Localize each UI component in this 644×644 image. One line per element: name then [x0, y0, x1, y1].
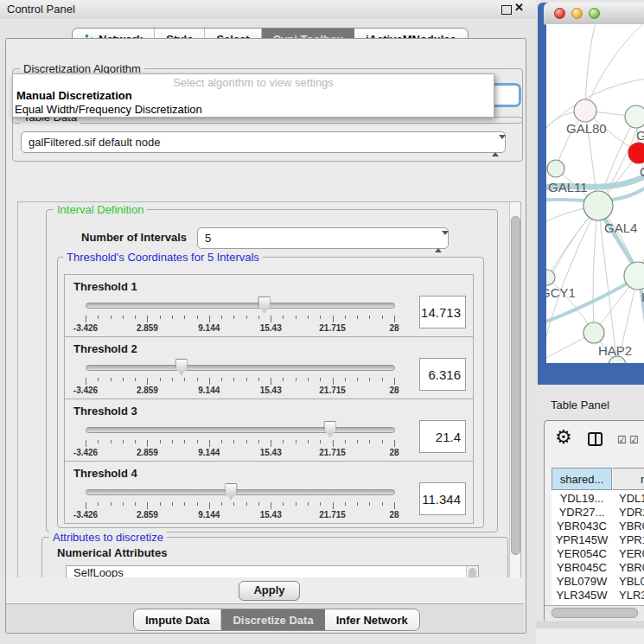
slider-ticks — [86, 316, 394, 323]
apply-button[interactable]: Apply — [239, 581, 300, 601]
tick-mark — [296, 316, 296, 319]
thresholds-coordinates-group-title: Threshold's Coordinates for 5 Intervals — [63, 251, 263, 264]
tick-mark — [123, 378, 124, 381]
tick-mark — [98, 316, 99, 319]
table-row[interactable]: YLR345WYLR3 — [552, 589, 644, 603]
tab-discretize-data[interactable]: Discretize Data — [221, 609, 324, 630]
tick-mark — [320, 440, 321, 443]
threshold-slider[interactable]: -3.4262.8599.14415.4321.71528 — [86, 420, 395, 460]
threshold-value-field[interactable]: 14.713 — [419, 296, 466, 328]
threshold-value-field[interactable]: 21.4 — [419, 420, 466, 453]
close-traffic-light[interactable] — [554, 8, 565, 19]
table-data-combobox[interactable]: galFiltered.sif default node — [21, 131, 506, 153]
tick-mark — [86, 378, 86, 385]
table-row[interactable]: YBL079WYBL0 — [552, 575, 644, 589]
threshold-slider[interactable]: -3.4262.8599.14415.4321.71528 — [86, 296, 395, 335]
gear-icon[interactable]: ⚙︎ — [555, 426, 572, 449]
algorithm-item-equal-width-frequency[interactable]: Equal Width/Frequency Discretization — [15, 103, 202, 116]
cell-name[interactable]: YBR0 — [612, 561, 644, 575]
cell-shared-name[interactable]: YBR043C — [552, 520, 612, 533]
cell-name[interactable]: YPR1 — [612, 533, 644, 547]
cell-name[interactable]: YER0 — [612, 547, 644, 561]
table-data-combobox-value: galFiltered.sif default node — [29, 136, 160, 149]
control-panel-titlebar: Control Panel ✕ — [0, 0, 536, 19]
network-canvas[interactable]: GAL80G.CGAL11GAL4GCY1HHAP2 — [546, 24, 644, 363]
network-node-gal11[interactable] — [547, 160, 564, 177]
slider-thumb[interactable] — [258, 296, 271, 313]
cell-name[interactable]: YDR2 — [612, 506, 644, 520]
table-row[interactable]: YBR045CYBR0 — [552, 561, 644, 575]
cell-shared-name[interactable]: YBR045C — [552, 561, 612, 575]
tick-mark — [135, 378, 136, 381]
tick-mark — [345, 378, 346, 381]
checkbox-icon[interactable]: ☑ — [617, 434, 627, 446]
zoom-traffic-light[interactable] — [589, 8, 600, 19]
cell-name[interactable]: YBL0 — [612, 575, 644, 589]
cell-shared-name[interactable]: YBL079W — [552, 575, 612, 589]
scrollbar-thumb[interactable] — [552, 608, 638, 618]
tick-label: 9.144 — [198, 386, 220, 395]
slider-track[interactable] — [86, 427, 395, 433]
slider-track[interactable] — [86, 489, 395, 495]
status-strip — [536, 628, 644, 644]
threshold-value-field[interactable]: 6.316 — [419, 358, 466, 391]
close-icon[interactable]: ✕ — [514, 1, 524, 14]
slider-thumb[interactable] — [323, 421, 336, 437]
minimize-traffic-light[interactable] — [571, 8, 583, 19]
network-edge[interactable] — [593, 206, 598, 333]
table-rows: YDL19...YDL1YDR27...YDR2YBR043CYBR0YPR14… — [552, 492, 644, 616]
algorithm-item-manual-discretization[interactable]: Manual Discretization — [16, 89, 132, 102]
tick-label: 9.144 — [198, 323, 220, 333]
table-row[interactable]: YER054CYER0 — [552, 547, 644, 561]
table-row[interactable]: YBR043CYBR0 — [552, 520, 644, 533]
settings-vertical-scrollbar[interactable] — [509, 202, 520, 615]
threshold-list: Threshold 1 -3.4262.8599.14415.4321.7152… — [64, 275, 474, 524]
threshold-slider[interactable]: -3.4262.8599.14415.4321.71528 — [86, 482, 395, 522]
algorithm-placeholder-item: Select algorithm to view settings — [13, 76, 494, 89]
tick-mark — [308, 440, 309, 443]
slider-track[interactable] — [86, 365, 395, 371]
tab-impute-data[interactable]: Impute Data — [134, 609, 221, 630]
slider-track[interactable] — [86, 303, 395, 309]
column-header-shared-name[interactable]: shared... — [552, 468, 612, 490]
interval-definition-group-title: Interval Definition — [54, 203, 147, 216]
numerical-attributes-heading: Numerical Attributes — [57, 546, 167, 559]
column-header-name[interactable]: n — [613, 468, 644, 490]
network-node-gal80[interactable] — [574, 99, 596, 122]
interval-definition-group: Interval Definition Number of Intervals … — [46, 209, 498, 532]
table-row[interactable]: YPR145WYPR1 — [552, 533, 644, 547]
tab-infer-network[interactable]: Infer Network — [325, 609, 419, 630]
cell-name[interactable]: YLR3 — [612, 589, 644, 603]
cell-shared-name[interactable]: YPR145W — [552, 533, 612, 547]
table-row[interactable]: YDL19...YDL1 — [552, 492, 644, 506]
tick-mark — [98, 502, 99, 506]
cell-name[interactable]: YDL1 — [612, 492, 644, 506]
tick-mark — [209, 440, 210, 447]
float-window-icon[interactable] — [501, 5, 512, 15]
cell-shared-name[interactable]: YER054C — [552, 547, 612, 561]
table-row[interactable]: YDR27...YDR2 — [552, 506, 644, 520]
table-horizontal-scrollbar[interactable] — [545, 605, 644, 620]
slider-thumb[interactable] — [225, 483, 238, 500]
network-window-titlebar[interactable] — [544, 3, 644, 25]
network-edge[interactable] — [585, 24, 644, 111]
number-of-intervals-combobox[interactable]: 5 — [197, 227, 449, 249]
cell-shared-name[interactable]: YLR345W — [552, 589, 612, 603]
threshold-slider[interactable]: -3.4262.8599.14415.4321.71528 — [86, 358, 395, 398]
cell-shared-name[interactable]: YDL19... — [552, 492, 612, 506]
scrollbar-thumb[interactable] — [511, 216, 520, 555]
tick-mark — [184, 440, 185, 443]
network-node-g.[interactable] — [625, 105, 644, 128]
cell-name[interactable]: YBR0 — [612, 520, 644, 533]
network-node-c[interactable] — [628, 143, 644, 163]
slider-thumb[interactable] — [175, 359, 188, 375]
threshold-value-field[interactable]: 11.344 — [419, 482, 466, 515]
checkbox-icon[interactable]: ☑ — [629, 434, 639, 446]
tick-mark — [296, 502, 296, 506]
split-view-icon[interactable] — [588, 432, 603, 446]
tick-mark — [246, 316, 247, 319]
network-node-gal4[interactable] — [583, 191, 613, 220]
network-node-hap2[interactable] — [583, 322, 604, 343]
attributes-group-title: Attributes to discretize — [49, 531, 167, 544]
cell-shared-name[interactable]: YDR27... — [552, 506, 612, 520]
